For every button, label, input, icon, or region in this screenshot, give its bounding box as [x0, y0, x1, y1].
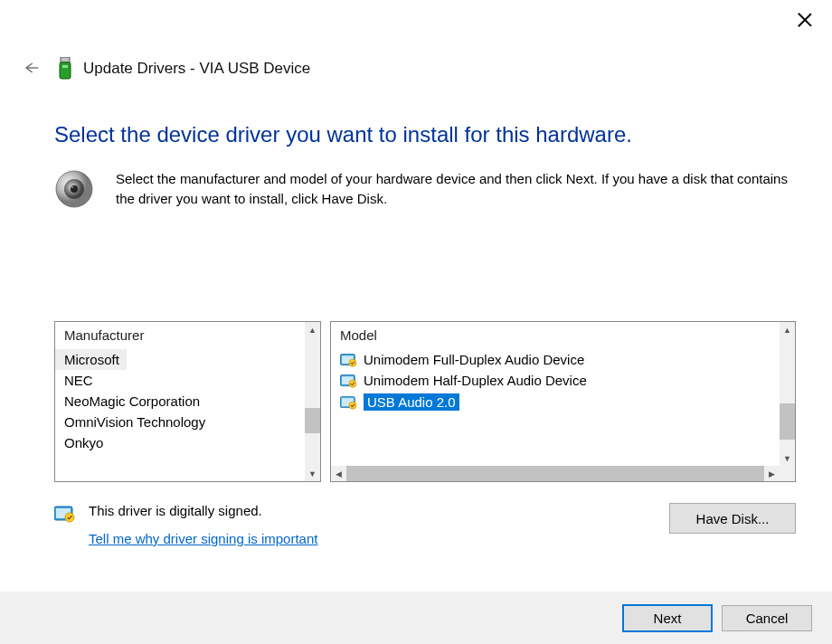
svg-point-7: [71, 186, 74, 188]
scroll-thumb[interactable]: [780, 403, 795, 440]
signed-status-text: This driver is digitally signed.: [89, 503, 669, 518]
device-icon: [58, 56, 72, 81]
close-button[interactable]: [796, 11, 814, 29]
model-item[interactable]: USB Audio 2.0: [331, 391, 780, 413]
scroll-left-icon[interactable]: ◀: [331, 466, 346, 481]
scroll-up-icon[interactable]: ▲: [780, 322, 795, 337]
signed-driver-icon: [54, 505, 76, 523]
scroll-thumb[interactable]: [346, 466, 764, 481]
driver-icon: [340, 395, 358, 410]
svg-rect-1: [61, 57, 70, 62]
page-heading: Select the device driver you want to ins…: [54, 122, 632, 147]
scroll-right-icon[interactable]: ▶: [764, 466, 780, 481]
model-item[interactable]: Unimodem Half-Duplex Audio Device: [331, 370, 780, 391]
description-text: Select the manufacturer and model of you…: [116, 167, 796, 209]
model-listbox[interactable]: Model Unimodem Full-Duplex Audio DeviceU…: [330, 321, 796, 482]
signing-info-link[interactable]: Tell me why driver signing is important: [89, 531, 317, 546]
svg-rect-3: [62, 65, 68, 68]
scroll-up-icon[interactable]: ▲: [305, 322, 320, 337]
model-hscrollbar[interactable]: ◀ ▶: [331, 466, 780, 481]
model-vscrollbar[interactable]: ▲ ▼: [780, 322, 795, 466]
manufacturer-item[interactable]: NEC: [55, 370, 305, 391]
manufacturer-item[interactable]: NeoMagic Corporation: [55, 391, 305, 412]
next-button[interactable]: Next: [622, 604, 713, 632]
manufacturer-item[interactable]: OmniVision Technology: [55, 412, 305, 432]
manufacturer-header: Manufacturer: [55, 322, 320, 346]
driver-icon: [340, 353, 358, 367]
manufacturer-listbox[interactable]: Manufacturer MicrosoftNECNeoMagic Corpor…: [54, 321, 321, 482]
back-button[interactable]: [22, 59, 42, 79]
manufacturer-scrollbar[interactable]: ▲ ▼: [305, 322, 320, 481]
model-header: Model: [331, 322, 795, 346]
window-title: Update Drivers - VIA USB Device: [83, 60, 310, 78]
model-item-label: Unimodem Half-Duplex Audio Device: [364, 373, 587, 388]
driver-icon: [340, 374, 358, 388]
model-item[interactable]: Unimodem Full-Duplex Audio Device: [331, 349, 780, 370]
model-item-label: USB Audio 2.0: [364, 393, 459, 411]
svg-rect-2: [60, 62, 71, 79]
cancel-button[interactable]: Cancel: [722, 605, 812, 631]
manufacturer-item[interactable]: Microsoft: [55, 349, 127, 370]
manufacturer-item[interactable]: Onkyo: [55, 432, 305, 453]
scroll-down-icon[interactable]: ▼: [780, 450, 795, 466]
scroll-down-icon[interactable]: ▼: [305, 466, 320, 481]
footer: Next Cancel: [0, 592, 832, 644]
scroll-corner: [780, 466, 795, 481]
speaker-icon: [54, 167, 98, 211]
have-disk-button[interactable]: Have Disk...: [669, 503, 796, 534]
header: Update Drivers - VIA USB Device: [0, 56, 832, 81]
scroll-thumb[interactable]: [305, 408, 320, 433]
model-item-label: Unimodem Full-Duplex Audio Device: [364, 352, 584, 367]
